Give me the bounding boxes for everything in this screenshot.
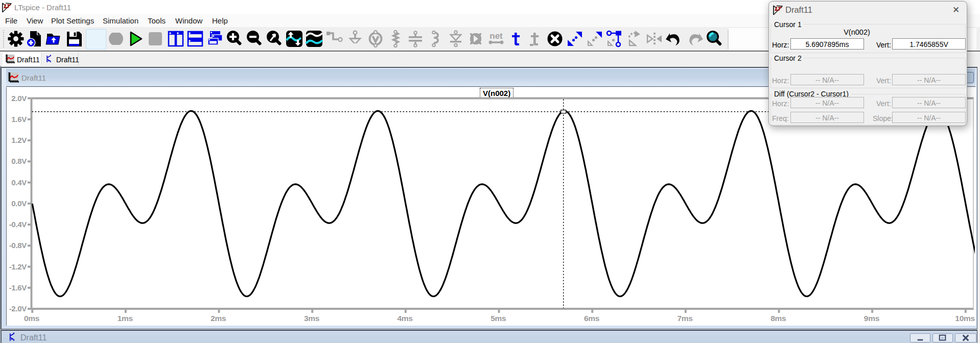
svg-text:net: net	[489, 31, 503, 41]
